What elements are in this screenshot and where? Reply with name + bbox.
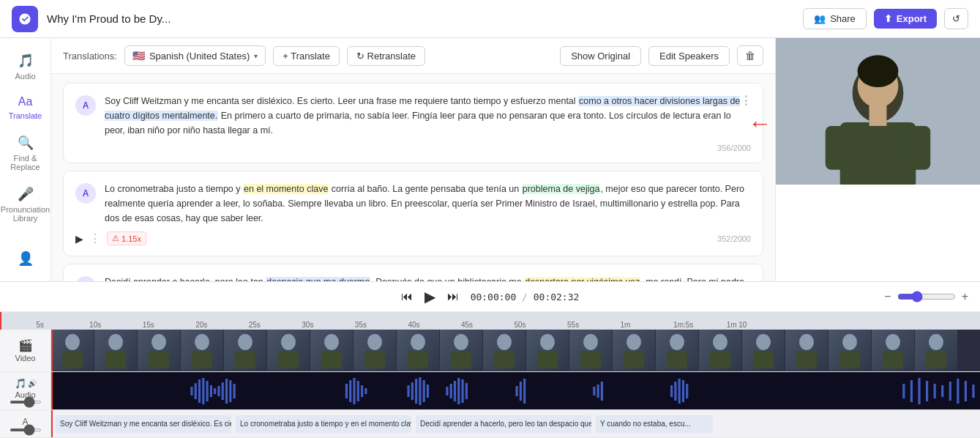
translation-toolbar: Translations: 🇺🇸 Spanish (United States)… <box>51 38 775 74</box>
svg-rect-96 <box>926 381 928 401</box>
svg-point-33 <box>583 334 598 350</box>
subtitle-block-1[interactable]: Soy Cliff Weitzman y me encanta ser disl… <box>56 415 231 433</box>
svg-rect-7 <box>826 126 848 170</box>
svg-rect-87 <box>601 382 603 401</box>
sidebar: 🎵 Audio Aa Translate 🔍 Find & Replace 🎤 … <box>0 38 51 281</box>
play-segment-2[interactable]: ▶ <box>75 233 83 245</box>
svg-rect-100 <box>957 379 959 404</box>
page-title: Why I'm Proud to be Dy... <box>47 12 171 25</box>
export-button[interactable]: ⬆ Export <box>874 9 937 29</box>
zoom-in-icon: + <box>962 290 968 302</box>
video-playhead <box>51 330 53 371</box>
audio-track-row: 🎵 🔊 Audio <box>0 372 980 410</box>
film-frame <box>181 330 223 371</box>
svg-rect-40 <box>710 351 730 368</box>
sidebar-item-user[interactable]: 👤 <box>4 245 48 272</box>
subtitle-block-4[interactable]: Y cuando no estaba, escu... <box>596 415 713 433</box>
skip-forward-button[interactable]: ⏭ <box>447 290 459 303</box>
subtitle-playhead <box>51 410 53 437</box>
svg-rect-74 <box>423 380 425 402</box>
card-text-2[interactable]: Lo cronometraba justo a tiempo y en el m… <box>105 182 751 226</box>
transcript-card-3: A Decidí aprender a hacerlo, pero leo ta… <box>63 264 763 281</box>
svg-rect-30 <box>494 351 515 368</box>
more-icon-2[interactable]: ⋮ <box>89 231 101 245</box>
svg-rect-62 <box>229 380 231 402</box>
trash-icon: 🗑 <box>745 50 755 62</box>
sidebar-item-audio[interactable]: 🎵 Audio <box>4 47 48 86</box>
svg-point-9 <box>65 334 80 350</box>
zoom-in-button[interactable]: + <box>962 290 968 303</box>
svg-rect-20 <box>278 351 299 368</box>
topbar-right: 👥 Share ⬆ Export ↺ <box>803 8 968 29</box>
language-selector[interactable]: 🇺🇸 Spanish (United States) ▾ <box>124 45 266 66</box>
center-panel: Translations: 🇺🇸 Spanish (United States)… <box>51 38 775 281</box>
delete-button[interactable]: 🗑 <box>737 45 763 66</box>
marker-55s: 55s <box>567 321 579 329</box>
film-frame <box>224 330 266 371</box>
svg-point-17 <box>238 334 253 350</box>
marker-20s: 20s <box>195 321 207 329</box>
svg-rect-97 <box>934 384 936 398</box>
speed-badge-2: ⚠ 1.15x <box>107 231 146 245</box>
marker-10s: 10s <box>89 321 101 329</box>
film-frame <box>267 330 310 371</box>
card-text-1[interactable]: Soy Cliff Weitzman y me encanta ser disl… <box>105 94 751 138</box>
svg-rect-44 <box>796 351 817 368</box>
film-frame <box>51 330 94 371</box>
svg-point-39 <box>713 334 727 350</box>
skip-back-button[interactable]: ⏮ <box>401 290 413 303</box>
show-original-button[interactable]: Show Original <box>560 46 641 66</box>
more-options[interactable]: ⋮ <box>740 94 752 108</box>
card-text-3[interactable]: Decidí aprender a hacerlo, pero leo tan … <box>105 275 751 281</box>
edit-speakers-button[interactable]: Edit Speakers <box>648 46 730 66</box>
svg-rect-38 <box>667 351 687 368</box>
video-track-label: 🎬 Video <box>0 330 51 371</box>
svg-rect-36 <box>624 351 644 368</box>
audio-icon: 🎵 <box>18 53 34 69</box>
svg-point-31 <box>540 334 555 350</box>
transcript-card-2: A Lo cronometraba justo a tiempo y en el… <box>63 171 763 256</box>
film-frame <box>656 330 698 371</box>
svg-rect-46 <box>839 351 860 368</box>
sidebar-item-pronunciation[interactable]: 🎤 Pronunciation Library <box>4 180 48 229</box>
warning-icon: ⚠ <box>112 234 119 243</box>
zoom-out-button[interactable]: − <box>884 290 891 303</box>
sidebar-item-find-replace[interactable]: 🔍 Find & Replace <box>4 129 48 177</box>
ellipsis-icon: ⋮ <box>740 94 752 107</box>
svg-point-13 <box>152 334 166 350</box>
svg-rect-60 <box>222 382 224 400</box>
subtitle-track-content[interactable]: Soy Cliff Weitzman y me encanta ser disl… <box>51 410 980 437</box>
svg-rect-57 <box>210 385 212 397</box>
subtitle-track-row: A Soy Cliff Weitzman y me encanta ser di… <box>0 410 980 438</box>
share-button[interactable]: 👥 Share <box>803 8 867 29</box>
subtitle-volume-slider[interactable] <box>10 428 42 431</box>
history-button[interactable]: ↺ <box>944 8 968 29</box>
svg-point-27 <box>454 334 468 350</box>
translate-button[interactable]: + Translate <box>273 46 340 66</box>
film-frame <box>440 330 482 371</box>
svg-point-37 <box>670 334 684 350</box>
chevron-down-icon: ▾ <box>254 52 258 60</box>
audio-volume-slider[interactable] <box>10 401 42 404</box>
subtitle-block-2[interactable]: Lo cronometraba justo a tiempo y en el m… <box>236 415 411 433</box>
video-track-icon: 🎬 <box>18 338 33 352</box>
svg-rect-101 <box>965 381 967 401</box>
retranslate-button[interactable]: ↻ Retranslate <box>347 46 425 66</box>
zoom-slider[interactable] <box>897 291 956 302</box>
card-actions-2: ▶ ⋮ ⚠ 1.15x <box>75 231 146 245</box>
video-track-content[interactable] <box>51 330 980 371</box>
svg-rect-50 <box>926 351 946 368</box>
speaker-avatar-2: A <box>75 183 96 204</box>
audio-waveform <box>51 372 980 409</box>
subtitle-block-3[interactable]: Decidí aprender a hacerlo, pero leo tan … <box>416 415 591 433</box>
video-preview <box>776 38 980 185</box>
audio-track-content[interactable] <box>51 372 980 409</box>
svg-rect-67 <box>357 381 359 401</box>
sidebar-item-translate[interactable]: Aa Translate <box>4 89 48 126</box>
svg-rect-82 <box>516 386 518 396</box>
card-meta-1: 356/2000 <box>75 144 751 152</box>
play-pause-button[interactable]: ▶ <box>424 288 435 305</box>
film-frame <box>483 330 525 371</box>
svg-rect-69 <box>364 388 367 394</box>
user-icon: 👤 <box>18 250 34 267</box>
